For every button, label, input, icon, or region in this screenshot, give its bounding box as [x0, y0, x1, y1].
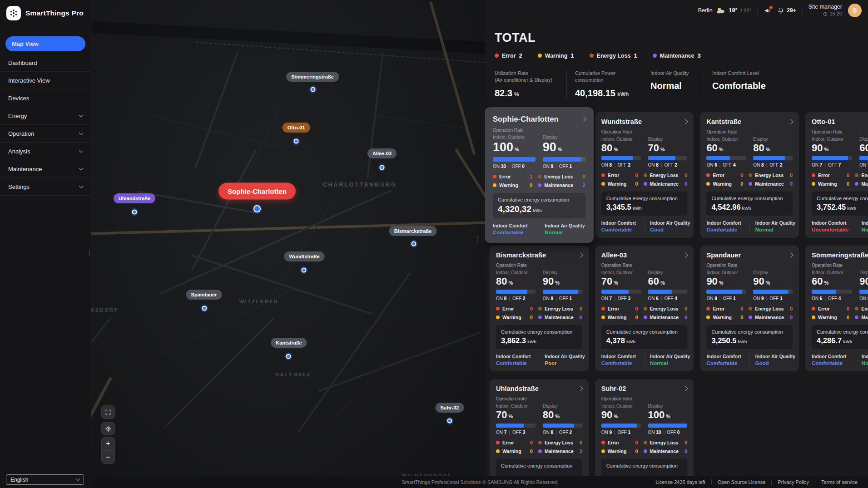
indoor-comfort: Indoor Comfort Comfortable	[601, 354, 639, 366]
warning-count: 0	[847, 181, 849, 187]
energy-loss-count: 0	[684, 440, 687, 445]
map-site-marker[interactable]	[132, 210, 137, 215]
map-site-label[interactable]: Sömmeringstraße	[286, 72, 339, 82]
site-card-footer: Indoor Comfort Comfortable Indoor Air Qu…	[812, 354, 868, 366]
sidebar-item[interactable]: Interactive View	[0, 72, 91, 89]
indoor-outdoor-label: Indoor, Outdoor	[493, 135, 536, 140]
language-select[interactable]: English	[6, 474, 84, 485]
sidebar-resize-handle[interactable]: ⋮	[86, 251, 93, 254]
chevron-right-icon[interactable]	[578, 386, 583, 391]
alerts-button[interactable]: 29+	[777, 7, 796, 15]
site-card[interactable]: Bismarckstraße Operation Rate Indoor, Ou…	[490, 246, 589, 371]
site-card[interactable]: Sophie-Charlotten Operation Rate Indoor,…	[485, 107, 594, 243]
indoor-outdoor-label: Indoor, Outdoor	[812, 137, 852, 142]
chevron-right-icon[interactable]	[683, 119, 688, 124]
site-status-grid: Error 1 Energy Loss 0 Warning 0 Maintena…	[493, 174, 585, 188]
site-card[interactable]: Otto-01 Operation Rate Indoor, Outdoor 9…	[805, 112, 868, 238]
energy-loss-count: 0	[790, 173, 793, 178]
footer-link[interactable]: Open Source License	[711, 479, 772, 485]
warning-dot	[812, 315, 815, 319]
chevron-right-icon[interactable]	[788, 252, 793, 257]
map-site-marker[interactable]	[294, 139, 299, 144]
sidebar-item[interactable]: Settings	[0, 178, 91, 196]
chevron-right-icon[interactable]	[683, 252, 688, 257]
map-view[interactable]: CHARLOTTENBURG WITZLEBEN HALENSEE WILMER…	[91, 0, 485, 488]
map-site-marker[interactable]	[286, 354, 291, 359]
site-card[interactable]: Uhlandstraße Operation Rate Indoor, Outd…	[490, 379, 589, 488]
error-dot	[601, 173, 605, 177]
map-site-label[interactable]: Suhr-02	[436, 403, 464, 413]
sidebar-item[interactable]: Maintenance	[0, 160, 91, 178]
map-site-marker[interactable]	[311, 87, 316, 92]
chevron-right-icon[interactable]	[788, 119, 793, 124]
footer-divider	[856, 220, 856, 232]
footer-link[interactable]: Terms of service	[815, 479, 863, 485]
display-rate: Display 90% ON 9OFF 1	[543, 135, 585, 169]
map-site-marker[interactable]	[447, 419, 452, 424]
map-site-marker[interactable]	[302, 268, 307, 273]
stat-value: Comfortable	[712, 81, 766, 91]
map-road	[195, 52, 238, 168]
sidebar-item[interactable]: Energy	[0, 107, 91, 125]
sidebar-item[interactable]: Operation	[0, 125, 91, 143]
map-site-label[interactable]: Wundtstraße	[284, 251, 324, 261]
chevron-right-icon[interactable]	[683, 386, 688, 391]
panel-resize-handle[interactable]: ⋮	[474, 237, 481, 241]
site-card[interactable]: Suhr-02 Operation Rate Indoor, Outdoor 9…	[595, 379, 694, 488]
site-card[interactable]: Sömmeringstraße Operation Rate Indoor, O…	[805, 246, 868, 371]
summary-stat: Utilization Rate (Air conditioner & Disp…	[495, 70, 566, 99]
display-label: Display	[859, 270, 868, 275]
zoom-out-button[interactable]: −	[102, 451, 114, 464]
map-road	[455, 148, 485, 238]
energy-loss-status: Energy Loss 0	[644, 440, 688, 445]
sidebar-item[interactable]: Devices	[0, 89, 91, 107]
stat-label: Indoor Comfort Level	[712, 70, 766, 77]
indoor-rate-bar	[493, 157, 536, 162]
status-dot	[538, 54, 542, 58]
chevron-down-icon	[79, 113, 84, 117]
stat-value-number: 82.3	[495, 88, 512, 98]
zoom-in-button[interactable]: +	[102, 437, 114, 451]
sidebar-item[interactable]: Map View	[5, 36, 85, 51]
indoor-rate-value: 70	[496, 409, 507, 420]
status-label: Warning	[545, 53, 568, 59]
indoor-air-quality: Indoor Air Quality Normal	[862, 220, 868, 232]
site-card[interactable]: Wundtstraße Operation Rate Indoor, Outdo…	[595, 112, 694, 238]
site-card[interactable]: Allee-03 Operation Rate Indoor, Outdoor …	[595, 246, 694, 371]
map-site-label[interactable]: Uhlandstraße	[114, 193, 155, 203]
error-dot	[601, 441, 605, 444]
map-site-marker[interactable]	[412, 242, 417, 246]
map-site-label[interactable]: Bismarckstraße	[389, 226, 437, 236]
sidebar-item[interactable]: Dashboard	[0, 54, 91, 72]
footer-divider	[539, 223, 539, 235]
energy-loss-dot	[855, 307, 858, 311]
sidebar-item[interactable]: Analysis	[0, 143, 91, 160]
footer-link[interactable]: License 2435 days left	[650, 479, 711, 485]
announcements-button[interactable]	[764, 7, 771, 15]
map-site-label[interactable]: Spandauer	[186, 290, 222, 300]
site-card[interactable]: Spandauer Operation Rate Indoor, Outdoor…	[700, 246, 799, 371]
chevron-right-icon[interactable]	[578, 252, 583, 257]
maintenance-dot	[644, 449, 647, 453]
map-site-label[interactable]: Allee-03	[367, 148, 397, 158]
site-card[interactable]: Kantstraße Operation Rate Indoor, Outdoo…	[700, 112, 799, 238]
sidebar: SmartThings Pro Map View Dashboard Inter…	[0, 0, 91, 488]
map-site-label[interactable]: Sophie-Charlotten	[218, 183, 296, 200]
map-site-label[interactable]: Otto-01	[283, 123, 310, 133]
map-site-marker[interactable]	[202, 306, 207, 311]
maintenance-status: Maintenance 3	[538, 449, 582, 454]
warning-status: Warning 0	[496, 315, 533, 320]
indoor-outdoor-label: Indoor, Outdoor	[812, 270, 852, 275]
map-site-label[interactable]: Kantstraße	[271, 338, 307, 348]
fullscreen-button[interactable]	[101, 405, 115, 419]
map-site-marker[interactable]	[253, 205, 261, 212]
stat-label-line2: consumption	[575, 77, 631, 84]
chevron-right-icon[interactable]	[581, 117, 586, 122]
avatar[interactable]: S	[848, 4, 862, 17]
locate-button[interactable]	[101, 422, 115, 435]
footer-divider	[539, 354, 539, 366]
footer-link[interactable]: Privacy Policy	[771, 479, 814, 485]
map-road	[364, 113, 463, 128]
map-site-marker[interactable]	[380, 165, 385, 170]
top-header: Berlin 19° / 22° 29+ Sit	[485, 0, 868, 21]
